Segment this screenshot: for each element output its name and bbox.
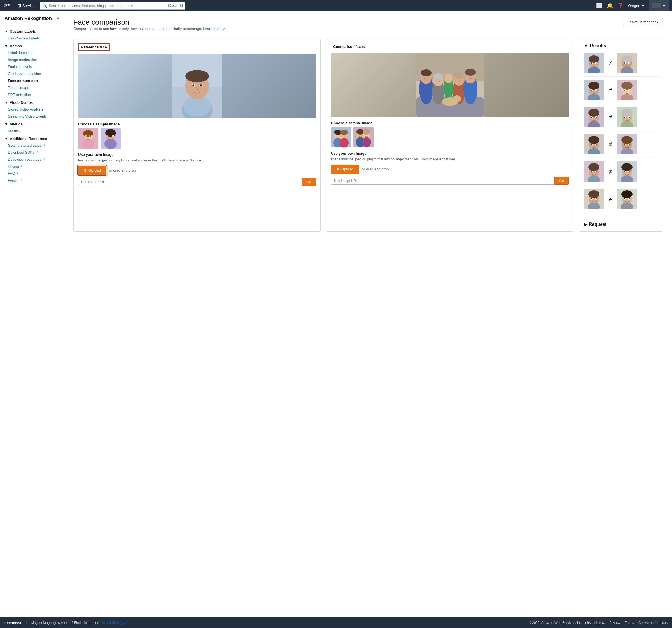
svg-point-150 bbox=[621, 190, 632, 198]
svg-point-9 bbox=[192, 84, 194, 86]
sidebar-item-developer-resources[interactable]: Developer resources ↗ bbox=[0, 156, 64, 163]
svg-point-113 bbox=[591, 144, 592, 145]
terms-link[interactable]: Terms bbox=[625, 621, 634, 625]
app-layout: Amazon Rekognition ✕ ▼ Custom Labels Use… bbox=[0, 11, 672, 618]
go-button-ref[interactable]: Go bbox=[302, 178, 316, 186]
results-header[interactable]: ▼ Results bbox=[584, 43, 658, 48]
sidebar-item-face-comparison[interactable]: Face comparison bbox=[0, 77, 64, 84]
sidebar-item-label-detection[interactable]: Label detection bbox=[0, 49, 64, 56]
svg-point-13 bbox=[83, 130, 93, 137]
sidebar-section-video-demos[interactable]: ▼ Video Demos bbox=[0, 98, 64, 106]
sample-thumb-4[interactable] bbox=[353, 127, 374, 148]
sidebar-close-button[interactable]: ✕ bbox=[56, 16, 59, 21]
bottom-bar-message: Looking for language selection? Find it … bbox=[26, 621, 524, 625]
sidebar-item-image-moderation[interactable]: Image moderation bbox=[0, 56, 64, 63]
sample-thumb-1[interactable] bbox=[78, 128, 98, 149]
screen-icon[interactable]: ⬜ bbox=[596, 2, 602, 9]
top-navigation: ⊞ Services 🔍 [Option+S] ⬜ 🔔 ❓ Oregon ▼ ▼ bbox=[0, 0, 672, 11]
sidebar-section-custom-labels[interactable]: ▼ Custom Labels bbox=[0, 27, 64, 35]
privacy-link[interactable]: Privacy bbox=[609, 621, 620, 625]
chevron-icon: ▼ bbox=[4, 29, 8, 33]
sidebar-item-text-in-image[interactable]: Text in image bbox=[0, 84, 64, 91]
svg-point-129 bbox=[591, 171, 592, 172]
go-button-cmp[interactable]: Go bbox=[554, 177, 569, 185]
svg-point-6 bbox=[185, 70, 209, 82]
unified-settings-link[interactable]: Unified Settings ↗ bbox=[100, 621, 128, 625]
sidebar-item-stored-video[interactable]: Stored Video Analysis bbox=[0, 106, 64, 113]
url-input-ref[interactable] bbox=[78, 178, 302, 186]
help-icon[interactable]: ❓ bbox=[617, 2, 624, 9]
sidebar-item-faq[interactable]: FAQ ↗ bbox=[0, 170, 64, 177]
svg-point-17 bbox=[86, 135, 87, 136]
svg-point-110 bbox=[588, 136, 599, 144]
user-menu[interactable]: ▼ bbox=[649, 0, 669, 11]
result-face-left-1 bbox=[584, 53, 604, 73]
upload-button-cmp[interactable]: ⬆ Upload bbox=[331, 165, 359, 174]
sidebar-item-streaming-video[interactable]: Streaming Video Events bbox=[0, 113, 64, 120]
svg-point-146 bbox=[596, 198, 597, 199]
request-header[interactable]: ▶ Request bbox=[584, 217, 658, 227]
not-equal-icon-4: ≠ bbox=[606, 141, 615, 148]
sidebar-item-use-custom-labels[interactable]: Use Custom Labels bbox=[0, 35, 64, 42]
sidebar-item-ppe-detection[interactable]: PPE detection bbox=[0, 91, 64, 98]
aws-logo[interactable] bbox=[3, 2, 14, 9]
region-chevron: ▼ bbox=[641, 4, 645, 8]
svg-point-37 bbox=[445, 74, 453, 83]
svg-point-114 bbox=[596, 144, 597, 145]
search-icon: 🔍 bbox=[42, 3, 47, 8]
upload-icon: ⬆ bbox=[336, 167, 339, 171]
reference-image-display bbox=[78, 54, 316, 118]
not-equal-icon-1: ≠ bbox=[606, 59, 615, 67]
svg-point-26 bbox=[112, 135, 113, 136]
search-bar[interactable]: 🔍 [Option+S] bbox=[40, 2, 185, 9]
svg-point-98 bbox=[596, 117, 597, 118]
result-face-left-4 bbox=[584, 134, 604, 154]
region-selector[interactable]: Oregon ▼ bbox=[628, 4, 645, 8]
sidebar-section-metrics[interactable]: ▼ Metrics bbox=[0, 120, 64, 127]
leave-feedback-button[interactable]: Leave us feedback bbox=[623, 18, 663, 26]
url-input-cmp[interactable] bbox=[331, 177, 554, 185]
bell-icon[interactable]: 🔔 bbox=[607, 2, 613, 9]
services-button[interactable]: ⊞ Services bbox=[17, 3, 37, 8]
cookie-preferences-link[interactable]: Cookie preferences bbox=[639, 621, 668, 625]
sidebar-item-celebrity-recognition[interactable]: Celebrity recognition bbox=[0, 70, 64, 77]
bottom-bar: Feedback Looking for language selection?… bbox=[0, 618, 672, 628]
svg-point-138 bbox=[629, 171, 630, 172]
sidebar-item-facial-analysis[interactable]: Facial analysis bbox=[0, 63, 64, 70]
chevron-icon: ▼ bbox=[4, 100, 8, 105]
sidebar-section-additional-resources[interactable]: ▼ Additional Resources bbox=[0, 134, 64, 142]
external-link-icon: ↗ bbox=[20, 165, 23, 168]
chevron-icon: ▼ bbox=[4, 136, 8, 141]
svg-point-74 bbox=[629, 62, 630, 64]
result-row-6: ≠ bbox=[584, 189, 658, 212]
own-image-desc-cmp: Image must be .jpeg or .png format and n… bbox=[331, 157, 569, 162]
sidebar-item-download-sdks[interactable]: Download SDKs ↗ bbox=[0, 149, 64, 156]
svg-point-86 bbox=[621, 82, 632, 90]
result-face-left-5 bbox=[584, 161, 604, 182]
search-input[interactable] bbox=[49, 4, 167, 8]
svg-point-35 bbox=[433, 73, 443, 79]
url-row-cmp: Go bbox=[331, 177, 569, 185]
sample-image-label-ref: Choose a sample image bbox=[78, 122, 316, 126]
services-label: Services bbox=[22, 4, 37, 8]
sidebar-item-forum[interactable]: Forum ↗ bbox=[0, 177, 64, 184]
sample-image-label-cmp: Choose a sample image bbox=[331, 121, 569, 125]
result-row-2: ≠ bbox=[584, 80, 658, 104]
feedback-bottom-button[interactable]: Feedback bbox=[4, 621, 21, 625]
upload-button-ref[interactable]: ⬆ Upload bbox=[78, 166, 106, 175]
sidebar-item-getting-started[interactable]: Getting started guide ↗ bbox=[0, 142, 64, 149]
bottom-bar-right: © 2022, Amazon Web Services, Inc. or its… bbox=[529, 621, 668, 625]
not-equal-icon-3: ≠ bbox=[606, 114, 615, 121]
upload-row-cmp: ⬆ Upload or drag and drop bbox=[331, 165, 569, 174]
sidebar-item-metrics[interactable]: Metrics bbox=[0, 127, 64, 134]
sample-thumb-2[interactable] bbox=[100, 128, 121, 149]
sidebar-item-pricing[interactable]: Pricing ↗ bbox=[0, 163, 64, 170]
svg-point-43 bbox=[465, 69, 476, 76]
svg-point-153 bbox=[624, 198, 625, 199]
comparison-face-image bbox=[331, 53, 569, 117]
sample-thumb-3[interactable] bbox=[331, 127, 351, 148]
sample-thumbs-ref bbox=[78, 128, 316, 149]
sidebar-section-demos[interactable]: ▼ Demos bbox=[0, 42, 64, 49]
result-row-3: ≠ bbox=[584, 107, 658, 131]
learn-more-link[interactable]: Learn more ↗ bbox=[203, 27, 226, 31]
